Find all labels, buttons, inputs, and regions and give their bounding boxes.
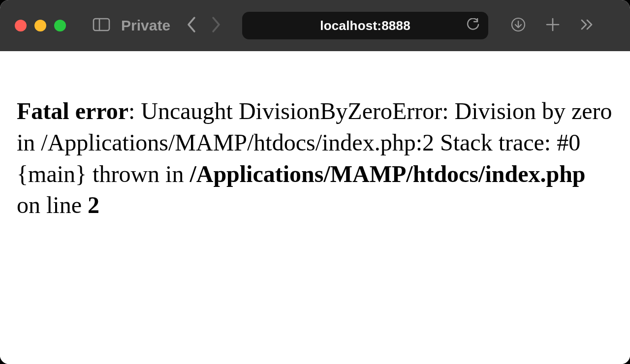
forward-button[interactable] bbox=[211, 16, 221, 35]
toolbar-right-controls bbox=[511, 17, 595, 34]
browser-toolbar: Private localhost:8888 bbox=[0, 0, 630, 51]
navigation-arrows bbox=[186, 16, 221, 35]
chevron-right-icon bbox=[211, 16, 221, 35]
fullscreen-window-button[interactable] bbox=[54, 20, 66, 31]
error-colon: : bbox=[128, 98, 141, 124]
error-on-line: on line bbox=[17, 192, 88, 218]
window-controls bbox=[15, 20, 66, 31]
private-mode-label: Private bbox=[121, 17, 170, 34]
new-tab-button[interactable] bbox=[545, 17, 560, 34]
minimize-window-button[interactable] bbox=[34, 20, 46, 31]
error-line-number: 2 bbox=[88, 192, 99, 218]
overflow-menu-button[interactable] bbox=[580, 17, 595, 34]
error-file-path: /Applications/MAMP/htdocs/index.php bbox=[189, 161, 585, 187]
downloads-button[interactable] bbox=[511, 17, 526, 34]
close-window-button[interactable] bbox=[15, 20, 27, 31]
svg-rect-0 bbox=[94, 19, 109, 30]
chevron-left-icon bbox=[186, 16, 197, 35]
reload-icon bbox=[467, 18, 479, 33]
reload-button[interactable] bbox=[467, 18, 479, 33]
page-content: Fatal error: Uncaught DivisionByZeroErro… bbox=[0, 51, 630, 364]
sidebar-icon bbox=[93, 18, 110, 33]
download-icon bbox=[511, 17, 526, 34]
php-error-message: Fatal error: Uncaught DivisionByZeroErro… bbox=[17, 95, 613, 221]
sidebar-toggle-button[interactable] bbox=[93, 18, 110, 33]
plus-icon bbox=[545, 17, 560, 34]
address-bar[interactable]: localhost:8888 bbox=[242, 12, 488, 39]
chevron-double-right-icon bbox=[580, 17, 595, 34]
address-text: localhost:8888 bbox=[320, 18, 410, 33]
back-button[interactable] bbox=[186, 16, 197, 35]
browser-window: Private localhost:8888 bbox=[0, 0, 630, 364]
error-heading: Fatal error bbox=[17, 98, 128, 124]
